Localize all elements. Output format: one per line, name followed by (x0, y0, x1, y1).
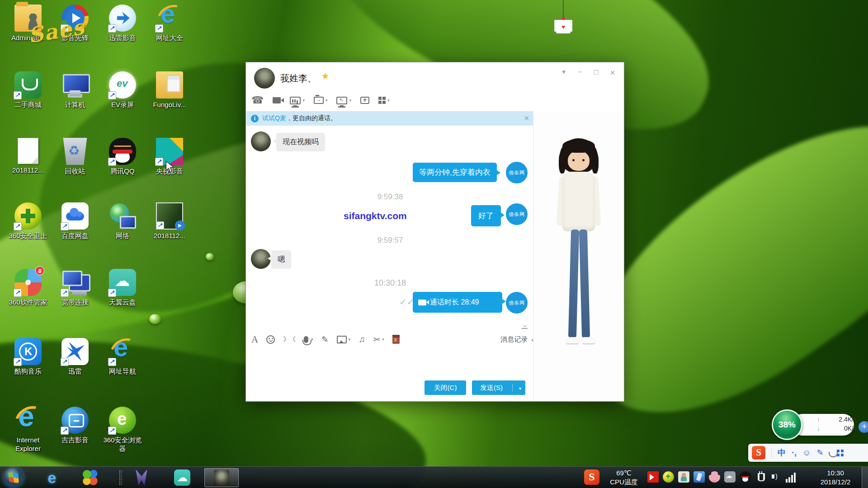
self-avatar[interactable]: 借条网 (506, 292, 528, 314)
desktop-icon-360-safeguard[interactable]: 360安全卫士 (6, 202, 50, 240)
vip-star-icon: ★ (322, 71, 329, 81)
flower-tray-icon[interactable] (709, 471, 720, 483)
cpu-temp-label: CPU温度 (606, 478, 642, 487)
volume-tray-icon[interactable] (770, 471, 782, 483)
desktop-icon-computer[interactable]: 计算机 (53, 71, 97, 109)
announcement-tray-icon[interactable] (647, 471, 659, 483)
desktop-icon-fungolive[interactable]: FungoLiv... (148, 71, 191, 109)
water-droplet (149, 314, 161, 324)
desktop-icon-wangzhidaquan[interactable]: 网址大全 (148, 5, 191, 42)
apps-button[interactable]: ▾ (378, 97, 390, 104)
notice-text: ，更自由的通话。 (286, 114, 337, 122)
qmic-link[interactable]: 试试Q麦 (262, 114, 286, 122)
tray-sogou-icon[interactable]: S (584, 469, 599, 485)
self-avatar[interactable]: 借条网 (506, 162, 528, 183)
start-button[interactable] (4, 468, 24, 488)
window-titlebar[interactable]: 莪姓李、 ★ (246, 62, 624, 91)
taskbar-ie-button[interactable]: e (43, 469, 61, 486)
call-duration-text: 通话时长 28:49 (430, 298, 479, 307)
emoji-button[interactable] (266, 335, 275, 344)
button-divider (512, 384, 513, 392)
remote-desktop-button[interactable]: ▾ (336, 97, 351, 104)
minimize-button[interactable] (575, 68, 585, 78)
create-group-button[interactable] (360, 97, 369, 104)
call-record-bubble[interactable]: 通话时长 28:49 (413, 292, 502, 313)
ime-toolbox-icon[interactable] (837, 450, 844, 456)
desktop-icon-ev-recorder[interactable]: EV录屏 (101, 71, 144, 109)
ime-language-toggle[interactable]: 中 (778, 447, 786, 458)
desktop-icon-360-browser[interactable]: 360安全浏览器 (101, 407, 144, 453)
accelerate-plus-button[interactable]: + (859, 421, 868, 433)
self-avatar[interactable]: 借条网 (506, 203, 528, 225)
handwriting-button[interactable]: ✎ (321, 334, 329, 345)
sogou-logo-icon[interactable]: S (752, 446, 765, 460)
message-area[interactable]: 现在视频吗 sifangktv.com 等两分钟,先穿着内衣 借条网 9:59:… (246, 126, 534, 332)
girl-bangs (562, 139, 595, 153)
desktop-icon-jiji-yingyin[interactable]: 吉吉影音 (53, 407, 97, 445)
desktop-icon-baidu-netdisk[interactable]: 百度网盘 (53, 202, 97, 240)
window-menu-button[interactable] (559, 68, 569, 78)
taskbar-cloud-button[interactable]: ☁ (174, 469, 191, 486)
companion-avatar-figure[interactable] (546, 138, 611, 364)
maximize-button[interactable] (591, 68, 601, 78)
desktop-icon-wangzhidaohang[interactable]: 网址导航 (101, 338, 144, 376)
timestamp: 9:59:57 (246, 236, 534, 245)
ime-emoji-button[interactable]: ☺ (802, 448, 811, 458)
music-share-button[interactable]: ♫ (359, 334, 365, 344)
blue-app-tray-icon[interactable] (693, 471, 705, 483)
network-signal-tray-icon[interactable] (786, 471, 797, 483)
desktop-icon-xunlei-yingyin[interactable]: 迅雷影音 (101, 5, 144, 42)
red-packet-button[interactable] (392, 335, 400, 344)
voice-message-button[interactable]: ▾ (303, 336, 313, 343)
desktop-icon-ershoushangcheng[interactable]: 二手商城 (6, 71, 50, 109)
window-shake-button[interactable]: 》《 (283, 335, 295, 344)
qq-tray-icon[interactable] (740, 471, 751, 483)
desktop-icon-tianyi-cloud[interactable]: 天翼云盘 (101, 269, 144, 307)
desktop-icon-recycle-bin[interactable]: 回收站 (53, 138, 97, 176)
notice-close-icon[interactable]: ✕ (524, 114, 529, 122)
power-plug-tray-icon[interactable] (755, 471, 766, 483)
font-button[interactable]: A (251, 334, 258, 345)
send-options-caret-icon[interactable]: ▾ (519, 386, 521, 391)
taskbar-sogou-button[interactable] (81, 469, 99, 486)
apps-grid-icon (378, 97, 386, 104)
desktop-icon-video-2018112[interactable]: 2018112... (148, 202, 191, 240)
desktop-icon-document-2018112[interactable]: 2018112... (6, 138, 50, 175)
ime-handwriting-button[interactable]: ✎ (816, 448, 823, 458)
memory-usage-ball[interactable]: 38% (772, 409, 802, 440)
taskbar-clock[interactable]: 10:30 2018/12/2 (813, 469, 858, 487)
info-icon: i (251, 115, 259, 122)
companion-panel (533, 111, 623, 401)
mouse-cursor (165, 161, 175, 175)
send-file-button[interactable]: ▾ (314, 97, 328, 104)
desktop-icon-internet-explorer[interactable]: Internet Explorer (6, 407, 50, 453)
send-image-button[interactable]: ▾ (337, 336, 351, 343)
peer-avatar[interactable] (254, 68, 275, 89)
scroll-to-bottom-icon[interactable]: ⌄ (522, 323, 528, 329)
cloud-tray-icon[interactable] (724, 471, 736, 483)
desktop-icon-tencent-qq[interactable]: 腾讯QQ (101, 138, 144, 176)
show-desktop-button[interactable] (862, 467, 868, 488)
video-call-button[interactable] (273, 97, 281, 103)
close-button[interactable] (608, 68, 618, 78)
desktop-icon-broadband-connection[interactable]: 宽带连接 (53, 269, 97, 307)
taskbar-active-chat-window[interactable] (204, 468, 239, 487)
desktop-icon-kugou-music[interactable]: 酷狗音乐 (6, 338, 50, 376)
delivered-check-icon: ✓✓ (399, 296, 415, 307)
cpu-temp-value: 69℃ (606, 469, 642, 478)
desktop-icon-360-software-manager[interactable]: 8 360软件管家 (6, 269, 50, 307)
voice-call-button[interactable]: ☎ (251, 95, 264, 105)
ime-voice-button[interactable] (829, 448, 831, 458)
360-safety-tray-icon[interactable] (663, 471, 674, 483)
message-history-button[interactable]: 消息记录 ▾ (500, 335, 533, 344)
taskbar-player-button[interactable] (133, 469, 150, 486)
peer-message-avatar[interactable] (251, 131, 271, 151)
send-button[interactable]: 发送(S)▾ (472, 380, 525, 395)
desktop-icon-network[interactable]: 网络 (101, 202, 144, 240)
screenshot-button[interactable]: ✂▾ (373, 334, 384, 345)
close-chat-button[interactable]: 关闭(C) (425, 380, 466, 395)
screen-share-button[interactable]: ▾ (290, 97, 305, 104)
desktop-icon-xunlei[interactable]: 迅雷 (53, 338, 97, 376)
contact-tray-icon[interactable] (678, 471, 689, 483)
ime-punctuation-toggle[interactable]: ·, (792, 448, 797, 458)
